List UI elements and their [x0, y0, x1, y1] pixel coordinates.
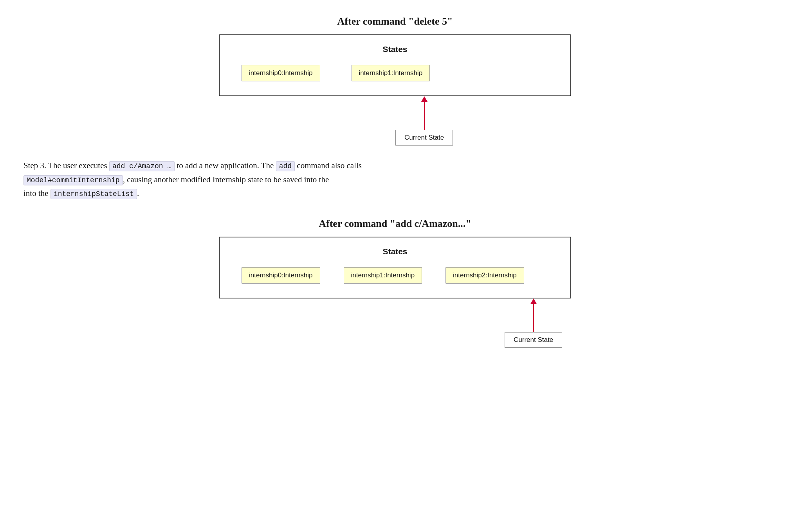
paragraph-text-after-code3: , causing another modified Internship st…: [123, 175, 329, 184]
diagram2-arrow-col: Current State: [505, 298, 562, 348]
diagram2-arrow-wrapper: Current State: [219, 298, 571, 338]
diagram2-node-1: internship1:Internship: [344, 267, 422, 284]
diagram2-nodes: internship0:Internship internship1:Inter…: [234, 267, 556, 284]
diagram1-node-0: internship0:Internship: [242, 65, 320, 81]
inline-code-4: internshipStateList: [51, 189, 137, 199]
diagram1-arrow-col: Current State: [395, 96, 453, 146]
paragraph-text-after-code1: to add a new application. The: [175, 161, 276, 170]
diagram2-arrowhead: [530, 298, 537, 304]
diagram1-arrowhead: [421, 96, 427, 102]
diagram2-current-state: Current State: [505, 332, 562, 348]
diagram2-node-2: internship2:Internship: [446, 267, 524, 284]
inline-code-2: add: [276, 161, 295, 171]
diagram1-title: After command "delete 5": [23, 16, 767, 27]
diagram1-arrow-wrapper: Current State: [219, 96, 571, 135]
diagram2-arrow-line: [533, 304, 534, 332]
inline-code-1: add c/Amazon …: [109, 161, 175, 171]
paragraph-text-before-code1: Step 3. The user executes: [23, 161, 109, 170]
diagram1-arrow-line: [424, 102, 425, 130]
diagram1-container: States internship0:Internship internship…: [219, 34, 571, 96]
diagram1-node-1: internship1:Internship: [352, 65, 430, 81]
diagram2-title: After command "add c/Amazon...": [23, 218, 767, 230]
diagram1-states-label: States: [234, 45, 556, 54]
paragraph-text-middle: command also calls: [295, 161, 362, 170]
paragraph-block: Step 3. The user executes add c/Amazon ……: [23, 159, 532, 201]
diagram2-node-0: internship0:Internship: [242, 267, 320, 284]
diagram1-nodes: internship0:Internship internship1:Inter…: [234, 65, 556, 81]
paragraph-text-end: .: [137, 189, 139, 198]
inline-code-3: Model#commitInternship: [23, 175, 123, 185]
paragraph-text-into: into the: [23, 189, 51, 198]
diagram2-container: States internship0:Internship internship…: [219, 237, 571, 298]
diagram1-current-state: Current State: [395, 130, 453, 146]
diagram2-states-label: States: [234, 247, 556, 256]
